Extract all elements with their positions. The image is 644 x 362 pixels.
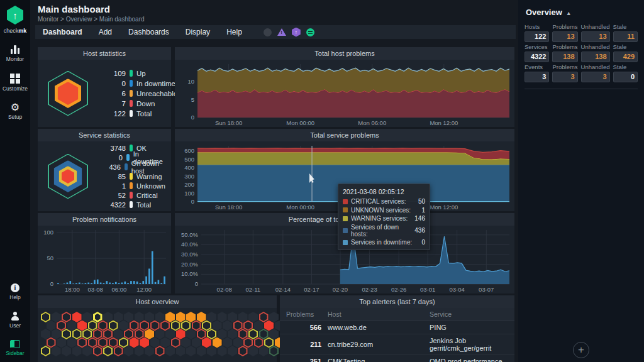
gear-icon: ⚙ <box>11 103 19 112</box>
overview-stat-cell[interactable]: Hosts 122 <box>525 23 549 42</box>
total-host-problems-chart[interactable]: 0510Sun 18:00Mon 00:00Mon 06:00Mon 12:00 <box>175 60 514 127</box>
host-stat-row[interactable]: 109 Up <box>98 69 177 79</box>
host-hexagon[interactable] <box>103 346 113 356</box>
host-hexagon[interactable] <box>176 346 186 356</box>
stat-value-box: 13 <box>581 31 610 42</box>
sidebar-item-help[interactable]: i Help <box>0 278 30 306</box>
panel-service-statistics: Service statistics 3748 OK 0 <box>38 129 171 211</box>
panel-title: Host overview <box>38 295 277 308</box>
overview-stat-cell[interactable]: Stale 11 <box>613 23 638 42</box>
host-statistics-hexagon[interactable] <box>38 60 98 127</box>
svg-text:03-08: 03-08 <box>87 286 103 293</box>
host-hexagon[interactable] <box>52 346 61 356</box>
host-hexagon[interactable] <box>135 346 144 356</box>
service-stat-row[interactable]: 436 On down host <box>98 162 166 172</box>
overview-snapin-header[interactable]: Overview▲ <box>518 0 644 23</box>
host-hexagon[interactable] <box>186 346 196 356</box>
panel-title: Total service problems <box>175 129 514 141</box>
overview-stat-cell[interactable]: Problems 138 <box>552 43 577 62</box>
overview-stat-cell[interactable]: Unhandled 138 <box>581 43 610 62</box>
overview-stat-cell[interactable]: Unhandled 3 <box>581 63 610 82</box>
main-content: Main dashboard Monitor > Overview > Main… <box>30 0 518 362</box>
service-stat-row[interactable]: 1 Unknown <box>98 181 166 190</box>
checkmk-logo[interactable]: ↑ checkmk <box>0 0 30 40</box>
menubar: DashboardAddDashboardsDisplayHelp ↑ <box>35 25 516 39</box>
svg-text:50: 50 <box>47 255 53 261</box>
host-hexagon[interactable] <box>145 346 154 356</box>
table-row[interactable]: 251 CMKTesting OMD prod performance <box>280 355 514 362</box>
overview-stat-cell[interactable]: Events 3 <box>525 63 549 82</box>
host-hexagon[interactable] <box>41 346 50 356</box>
host-hexagon[interactable] <box>62 346 71 356</box>
menu-item[interactable]: Help <box>226 28 242 36</box>
host-hexagon[interactable] <box>218 346 227 356</box>
host-hexagon[interactable] <box>248 346 258 356</box>
menu-item[interactable]: Dashboard <box>43 28 82 36</box>
messages-icon[interactable] <box>306 28 314 36</box>
host-hexagon[interactable] <box>155 346 165 356</box>
menu-item[interactable]: Display <box>186 28 210 36</box>
tooltip-rows: CRITICAL services: 50 UNKNOWN services: … <box>343 198 425 246</box>
svg-text:02-20: 02-20 <box>333 286 348 293</box>
problem-notifications-chart[interactable]: 05010018:0003-0806:0012:00 <box>38 226 171 293</box>
host-hexagon[interactable] <box>228 346 237 356</box>
host-stat-row[interactable]: 7 Down <box>98 99 177 109</box>
overview-stat-cell[interactable]: Services 4322 <box>525 43 549 62</box>
warning-triangle-icon[interactable] <box>277 28 286 36</box>
svg-text:Mon 00:00: Mon 00:00 <box>286 119 314 126</box>
sidebar-item-setup[interactable]: ⚙ Setup <box>0 97 30 126</box>
overview-stat-cell[interactable]: Problems 13 <box>552 23 577 42</box>
sidebar-item-customize[interactable]: Customize <box>0 68 30 97</box>
host-hexagon[interactable] <box>207 346 216 356</box>
service-stat-row[interactable]: 52 Critical <box>98 190 166 200</box>
host-hexagon[interactable] <box>82 346 92 356</box>
update-icon[interactable]: ↑ <box>292 28 301 37</box>
host-stat-row[interactable]: 0 In downtime <box>98 79 177 89</box>
host-hexagon[interactable] <box>259 346 269 356</box>
table-row[interactable]: 211 cn.tribe29.com Jenkins Job gerrit/cm… <box>280 334 514 355</box>
host-stat-row[interactable]: 6 Unreachable <box>98 89 177 99</box>
main-navigation-sidebar: ↑ checkmk Monitor Customize ⚙ Setup i He… <box>0 0 30 362</box>
status-color-pill <box>130 90 133 97</box>
service-statistics-hexagon[interactable] <box>38 141 98 211</box>
status-color-pill <box>126 154 130 161</box>
host-overview-grid[interactable] <box>38 308 277 356</box>
sidebar-item-user[interactable]: User <box>0 306 30 334</box>
panel-title: Service statistics <box>38 129 171 141</box>
service-stat-row[interactable]: 4322 Total <box>98 200 166 209</box>
sidebar-item-monitor[interactable]: Monitor <box>0 40 30 68</box>
menu-item[interactable]: Dashboards <box>128 28 169 36</box>
brand-text: checkmk <box>4 28 27 34</box>
add-snapin-button[interactable]: + <box>573 342 589 358</box>
overview-stats-grid: Hosts 122 Problems 13 Unhandled 13 Stale… <box>518 23 644 82</box>
overview-stat-cell[interactable]: Stale 0 <box>613 63 638 82</box>
sidebar-item-label: Monitor <box>6 56 24 62</box>
sidebar-item-sidebar-toggle[interactable]: Sidebar <box>0 334 30 362</box>
sidebar-item-label: User <box>9 322 21 329</box>
host-hexagon[interactable] <box>197 346 206 356</box>
overview-stat-cell[interactable]: Stale 429 <box>613 43 638 62</box>
host-hexagon[interactable] <box>93 346 103 356</box>
overview-stat-cell[interactable]: Problems 3 <box>552 63 577 82</box>
series-swatch <box>343 240 348 245</box>
stat-value-box: 3 <box>525 72 549 82</box>
host-hexagon[interactable] <box>72 346 82 356</box>
host-hexagon[interactable] <box>269 346 279 356</box>
tooltip-row: WARNING services: 146 <box>343 215 425 222</box>
filter-icon[interactable] <box>264 28 272 36</box>
table-row[interactable]: 566 www.web.de PING <box>280 321 514 334</box>
menu-item[interactable]: Add <box>99 28 112 36</box>
help-icon: i <box>11 283 19 292</box>
svg-text:02-26: 02-26 <box>391 286 406 293</box>
host-hexagon[interactable] <box>238 346 248 356</box>
host-hexagon[interactable] <box>114 346 123 356</box>
svg-text:0: 0 <box>195 280 198 287</box>
host-hexagon[interactable] <box>165 346 175 356</box>
overview-stat-cell[interactable]: Unhandled 13 <box>581 23 610 42</box>
host-stat-row[interactable]: 122 Total <box>98 109 177 119</box>
service-stat-row[interactable]: 85 Warning <box>98 172 166 181</box>
host-hexagon[interactable] <box>124 346 133 356</box>
status-color-pill <box>130 201 133 208</box>
svg-text:02-23: 02-23 <box>362 286 377 293</box>
status-color-pill <box>130 145 133 151</box>
